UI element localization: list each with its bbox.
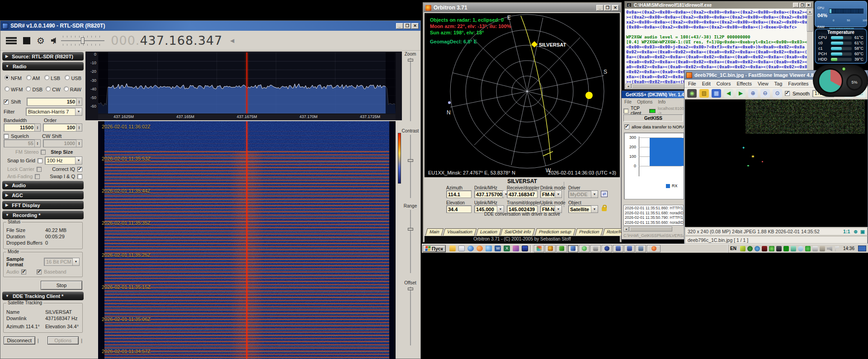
maximize-icon[interactable]: ❐ bbox=[799, 3, 805, 8]
fit-window-icon[interactable]: ⊕ bbox=[854, 229, 858, 234]
seek-left-icon[interactable]: ◄ bbox=[229, 37, 236, 44]
fit-screen-icon[interactable]: ▣ bbox=[860, 229, 865, 234]
tab[interactable]: Sat/Orbit info bbox=[500, 228, 535, 236]
mode-usb[interactable]: USB bbox=[65, 75, 81, 81]
audio-section-header[interactable]: ▶Audio bbox=[2, 181, 84, 189]
capture-icon[interactable]: ◉ bbox=[687, 89, 697, 98]
bandwidth-field[interactable]: 11500▲▼ bbox=[4, 123, 41, 132]
dnlink-mode-dropdown[interactable]: FM-N▼ bbox=[540, 190, 562, 198]
recording-section-header[interactable]: ▼Recording * bbox=[2, 211, 84, 219]
menu-item[interactable]: Tag bbox=[774, 81, 783, 86]
task-orbitron-button[interactable] bbox=[545, 245, 556, 252]
folder-icon[interactable] bbox=[449, 246, 456, 251]
scrollbar-thumb[interactable] bbox=[632, 84, 686, 89]
sync-icon[interactable] bbox=[791, 246, 796, 251]
mode-wfm[interactable]: WFM bbox=[5, 86, 23, 92]
flag-icon[interactable] bbox=[834, 246, 840, 251]
dropdown-arrow-icon[interactable]: ▼ bbox=[555, 191, 561, 198]
swap-iq-checkbox[interactable] bbox=[77, 174, 82, 179]
disconnect-button[interactable]: Disconnect bbox=[4, 336, 35, 345]
waterfall-display[interactable]: 2026-02-01 11:36:02Z2026-02-01 11:35:53Z… bbox=[98, 121, 396, 359]
offset-slider[interactable] bbox=[410, 287, 411, 345]
menu-item[interactable]: Info bbox=[658, 99, 666, 104]
monitors-icon[interactable] bbox=[522, 246, 528, 251]
menu-item[interactable]: File bbox=[624, 99, 632, 104]
close-icon[interactable]: ✕ bbox=[612, 5, 619, 11]
packet-log[interactable]: 2026-02-01 11:35:51.860: HTTP/1.12026-02… bbox=[623, 205, 684, 226]
start-button[interactable]: Пуск bbox=[423, 245, 446, 252]
zoom-in-icon[interactable]: ⊕ bbox=[748, 89, 758, 98]
task-gray-button[interactable] bbox=[590, 245, 601, 252]
task-navy-button[interactable] bbox=[602, 245, 612, 252]
spinner-icon[interactable]: ▲▼ bbox=[34, 124, 40, 131]
offset-slider-thumb[interactable] bbox=[408, 288, 413, 290]
scrollbar-thumb[interactable] bbox=[629, 227, 672, 231]
scroll-up-icon[interactable]: ▲ bbox=[807, 9, 813, 14]
secondary-display-icon[interactable] bbox=[858, 246, 866, 251]
document-icon[interactable] bbox=[458, 246, 465, 251]
orbitron-titlebar[interactable]: Orbitron 3.71 _ ❐ ✕ bbox=[424, 3, 621, 12]
spinner-icon[interactable]: ▲▼ bbox=[76, 124, 82, 131]
menu-item[interactable]: Options bbox=[637, 99, 652, 104]
stop-icon[interactable] bbox=[23, 37, 30, 44]
volume-slider[interactable] bbox=[61, 36, 104, 46]
range-slider-thumb[interactable] bbox=[408, 228, 413, 231]
previous-image-icon[interactable]: ◀ bbox=[724, 89, 733, 98]
shift-field[interactable]: 150▲▼ bbox=[27, 98, 82, 106]
menu-item[interactable]: File bbox=[688, 81, 696, 86]
squelch-checkbox[interactable] bbox=[4, 134, 9, 139]
minimize-icon[interactable]: _ bbox=[596, 5, 604, 11]
task-blue2-button[interactable] bbox=[624, 245, 635, 252]
open-folder-icon[interactable]: ▨ bbox=[699, 89, 709, 98]
agc-section-header[interactable]: ▶AGC bbox=[2, 191, 84, 199]
mode-dsb[interactable]: DSB bbox=[26, 86, 42, 92]
actual-size-icon[interactable]: ⊙ bbox=[773, 89, 782, 98]
dropdown-arrow-icon[interactable]: ▼ bbox=[75, 108, 82, 115]
save-icon[interactable]: ▦ bbox=[712, 89, 721, 98]
range-slider[interactable] bbox=[410, 210, 411, 273]
getkiss-titlebar[interactable]: GetKISS+ (DK3WN) Ver. 1.4.2 bbox=[622, 91, 684, 98]
snap-checkbox[interactable] bbox=[38, 158, 42, 163]
radio-section-header[interactable]: ▼Radio bbox=[2, 62, 84, 71]
audio-device-icon[interactable] bbox=[776, 246, 782, 251]
task-steel-button[interactable] bbox=[636, 245, 646, 252]
recorder-icon[interactable] bbox=[762, 246, 767, 251]
language-indicator[interactable]: EN bbox=[728, 246, 738, 251]
mode-raw[interactable]: RAW bbox=[64, 86, 81, 92]
tab[interactable]: Main bbox=[425, 228, 443, 236]
zoom-slider-thumb[interactable] bbox=[408, 59, 413, 61]
scroll-left-icon[interactable]: ◄ bbox=[623, 227, 629, 231]
filter-dropdown[interactable]: Blackman-Harris 7▼ bbox=[26, 108, 82, 116]
minimize-icon[interactable]: _ bbox=[396, 23, 403, 29]
shift-checkbox[interactable] bbox=[4, 99, 9, 104]
volume-thumb[interactable] bbox=[81, 38, 85, 44]
menu-item[interactable]: Colors bbox=[717, 81, 731, 86]
tab[interactable]: Location bbox=[476, 228, 501, 236]
mode-nfm[interactable]: NFM bbox=[5, 75, 22, 81]
usb-icon[interactable] bbox=[805, 246, 811, 251]
direwolf-titlebar[interactable]: C C:\HAM\SM\direwolf181\direwolf.exe _ ❐… bbox=[625, 1, 813, 9]
minimize-icon[interactable]: _ bbox=[793, 3, 799, 8]
menu-item[interactable]: Effects bbox=[737, 81, 752, 86]
close-icon[interactable]: ✕ bbox=[806, 3, 811, 8]
task-app-button[interactable] bbox=[534, 245, 544, 252]
network-icon[interactable] bbox=[755, 246, 760, 251]
tab[interactable]: Prediction setup bbox=[535, 228, 576, 236]
correct-iq-checkbox[interactable] bbox=[77, 167, 82, 172]
tab[interactable]: Prediction bbox=[575, 228, 603, 236]
menu-item[interactable]: Edit bbox=[702, 81, 711, 86]
source-section-header[interactable]: ▶Source: RTL-SDR (R820T) bbox=[2, 52, 84, 61]
norad-checkbox[interactable] bbox=[624, 124, 629, 129]
mode-lsb[interactable]: LSB bbox=[44, 75, 60, 81]
task-green-button[interactable] bbox=[579, 245, 590, 252]
sdrsharp-titlebar[interactable]: SDR# v1.0.0.1490 - RTL-SDR (R820T) _ ❐ ✕ bbox=[0, 21, 420, 31]
image-canvas[interactable]: ✦ bbox=[685, 99, 868, 227]
close-icon[interactable]: ✕ bbox=[411, 23, 419, 29]
frequency-display[interactable]: 000.437.168.347 bbox=[111, 33, 222, 47]
maximize-icon[interactable]: ❐ bbox=[404, 23, 411, 29]
step-dropdown[interactable]: 100 Hz▼ bbox=[45, 156, 82, 165]
tuning-line[interactable] bbox=[246, 52, 247, 113]
stop-button[interactable]: Stop bbox=[41, 281, 82, 290]
task-blue-button[interactable] bbox=[613, 245, 623, 252]
task-sdrsharp-button[interactable] bbox=[568, 245, 578, 252]
